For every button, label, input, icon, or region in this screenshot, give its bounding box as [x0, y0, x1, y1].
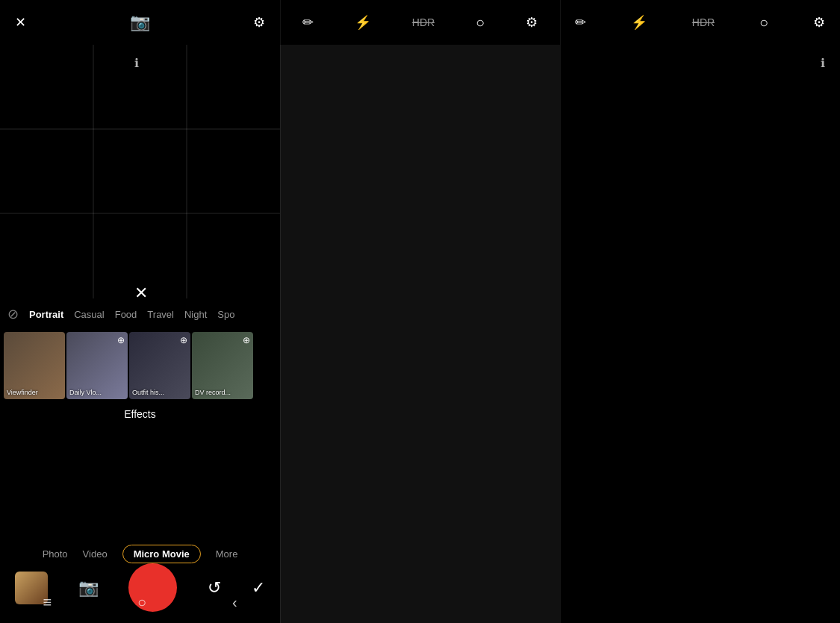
nav-bar-left: ≡ ○ ‹ [0, 586, 280, 623]
no-filter-icon[interactable]: ⊘ [7, 306, 19, 322]
pencil-icon-right[interactable]: ✏ [575, 14, 586, 31]
thumbnail-strip: Viewfinder ⊕ Daily Vlo... ⊕ Outfit his..… [0, 332, 280, 399]
middle-top-bar: ✏ ⚡ HDR ○ ⚙ [280, 0, 560, 45]
pencil-icon-mid[interactable]: ✏ [302, 14, 314, 31]
circle-icon-right[interactable]: ○ [759, 14, 768, 31]
tab-portrait[interactable]: Portrait [29, 309, 63, 320]
camera-icon: 📷 [130, 13, 150, 32]
right-top-bar: ✏ ⚡ HDR ○ ⚙ [560, 0, 840, 45]
viewfinder-grid-left [0, 45, 280, 298]
thumb-dv-record[interactable]: ⊕ DV record... [192, 332, 253, 399]
divider-left-mid [280, 0, 281, 623]
thumb-daily-vlo[interactable]: ⊕ Daily Vlo... [66, 332, 128, 399]
left-top-bar: ✕ 📷 ⚙ [0, 0, 280, 45]
thumb-label-4: DV record... [195, 389, 231, 396]
tab-night[interactable]: Night [184, 309, 207, 320]
left-panel: ✕ 📷 ⚙ ℹ ✕ ⊘ Portrait Casual Food Travel … [0, 0, 280, 623]
thumb-label-3: Outfit his... [132, 389, 164, 396]
btab-video[interactable]: Video [83, 548, 108, 560]
circle-icon-mid[interactable]: ○ [476, 14, 485, 31]
tab-food[interactable]: Food [115, 309, 137, 320]
hdr-off-icon-mid[interactable]: HDR [412, 16, 435, 28]
thumb-add-icon-1: ⊕ [117, 335, 125, 345]
settings-icon-left[interactable]: ⚙ [253, 14, 265, 31]
right-panel: ✏ ⚡ HDR ○ ⚙ ℹ 50 250 1000 3200 [560, 0, 840, 623]
thumb-add-icon-3: ⊕ [243, 335, 250, 345]
bottom-tabs-left: Photo Video Micro Movie More [0, 545, 280, 563]
info-icon-left[interactable]: ℹ [134, 56, 139, 70]
settings-icon-right[interactable]: ⚙ [813, 14, 825, 31]
settings-icon-mid[interactable]: ⚙ [526, 14, 538, 31]
thumb-add-icon-2: ⊕ [180, 335, 187, 345]
tab-casual[interactable]: Casual [74, 309, 104, 320]
btab-more[interactable]: More [216, 548, 238, 560]
menu-icon-left[interactable]: ≡ [43, 594, 52, 611]
btab-photo[interactable]: Photo [43, 548, 68, 560]
close-overlay-btn[interactable]: ✕ [134, 284, 148, 303]
thumb-label-2: Daily Vlo... [69, 389, 102, 396]
tab-travel[interactable]: Travel [147, 309, 174, 320]
thumb-label-1: Viewfinder [7, 389, 38, 396]
flash-icon-mid[interactable]: ⚡ [355, 14, 371, 31]
home-icon-left[interactable]: ○ [137, 594, 146, 611]
thumb-viewfinder[interactable]: Viewfinder [4, 332, 65, 399]
middle-panel: ✏ ⚡ HDR ○ ⚙ ⊞ High Resolution ▬ Pano ☰ D… [280, 0, 560, 623]
close-icon[interactable]: ✕ [15, 14, 26, 31]
effects-label: Effects [0, 408, 280, 420]
btab-micromovie[interactable]: Micro Movie [122, 545, 201, 563]
mode-tabs-left: ⊘ Portrait Casual Food Travel Night Spo [0, 306, 280, 322]
divider-mid-right [560, 0, 561, 623]
hdr-off-icon-right[interactable]: HDR [692, 16, 715, 28]
flash-icon-right[interactable]: ⚡ [631, 14, 647, 31]
back-icon-left[interactable]: ‹ [232, 594, 237, 611]
thumb-outfit[interactable]: ⊕ Outfit his... [129, 332, 190, 399]
tab-spo[interactable]: Spo [217, 309, 234, 320]
info-icon-right[interactable]: ℹ [821, 56, 825, 70]
